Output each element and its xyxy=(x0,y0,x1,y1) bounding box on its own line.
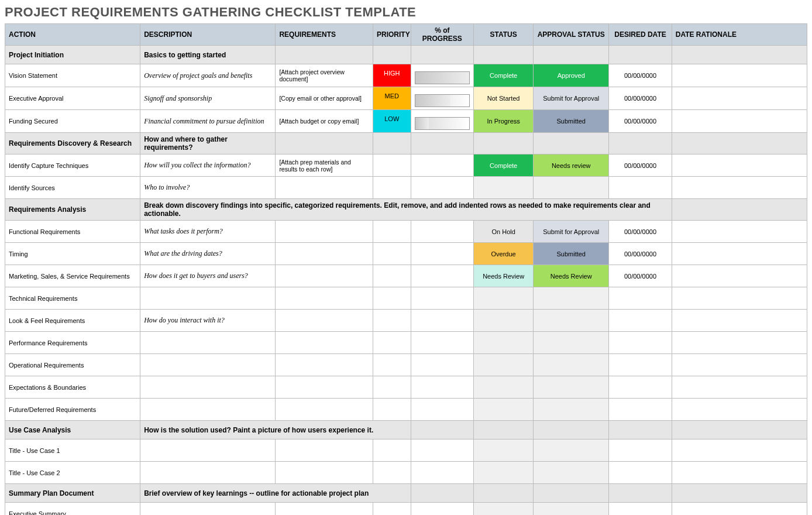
cell-approval[interactable]: Submitted xyxy=(534,110,609,133)
cell-rationale[interactable] xyxy=(672,462,807,484)
cell-status[interactable] xyxy=(474,177,534,199)
cell-status[interactable]: Complete xyxy=(474,154,534,177)
cell-progress[interactable] xyxy=(411,332,474,354)
cell-rationale[interactable] xyxy=(672,177,807,199)
cell-date[interactable]: 00/00/0000 xyxy=(609,265,672,287)
cell-approval[interactable]: Needs review xyxy=(534,154,609,177)
cell-status[interactable] xyxy=(474,310,534,332)
cell-approval[interactable] xyxy=(534,177,609,199)
cell-rationale[interactable] xyxy=(672,376,807,399)
cell-rationale[interactable] xyxy=(672,64,807,87)
cell-priority[interactable] xyxy=(373,221,411,243)
cell-req[interactable]: [Attach project overview document] xyxy=(276,64,373,87)
cell-priority[interactable] xyxy=(373,503,411,516)
cell-status[interactable] xyxy=(474,332,534,354)
cell-approval[interactable]: Submit for Approval xyxy=(534,221,609,243)
cell-priority[interactable] xyxy=(373,376,411,399)
cell-req[interactable] xyxy=(276,354,373,376)
cell-action[interactable]: Identify Sources xyxy=(5,177,140,199)
cell-status[interactable]: Overdue xyxy=(474,243,534,265)
cell-progress[interactable] xyxy=(411,503,474,516)
cell-status[interactable]: Complete xyxy=(474,64,534,87)
cell-req[interactable] xyxy=(276,399,373,421)
cell-progress[interactable] xyxy=(411,154,474,177)
cell-action[interactable]: Funding Secured xyxy=(5,110,140,133)
cell-date[interactable] xyxy=(609,440,672,462)
cell-desc[interactable] xyxy=(140,354,276,376)
cell-status[interactable]: On Hold xyxy=(474,221,534,243)
cell-action[interactable]: Title - Use Case 1 xyxy=(5,440,140,462)
cell-rationale[interactable] xyxy=(672,110,807,133)
cell-desc[interactable]: Financial commitment to pursue definitio… xyxy=(140,110,276,133)
cell-req[interactable]: [Attach budget or copy email] xyxy=(276,110,373,133)
cell-rationale[interactable] xyxy=(672,399,807,421)
cell-status[interactable] xyxy=(474,462,534,484)
cell-rationale[interactable] xyxy=(672,87,807,110)
cell-action[interactable]: Look & Feel Requirements xyxy=(5,310,140,332)
cell-rationale[interactable] xyxy=(672,332,807,354)
cell-action[interactable]: Title - Use Case 2 xyxy=(5,462,140,484)
cell-desc[interactable]: Signoff and sponsorship xyxy=(140,87,276,110)
cell-progress[interactable] xyxy=(411,399,474,421)
cell-req[interactable] xyxy=(276,440,373,462)
cell-date[interactable] xyxy=(609,376,672,399)
cell-approval[interactable]: Submit for Approval xyxy=(534,87,609,110)
cell-approval[interactable] xyxy=(534,376,609,399)
cell-desc[interactable] xyxy=(140,376,276,399)
cell-desc[interactable]: What are the driving dates? xyxy=(140,243,276,265)
cell-approval[interactable] xyxy=(534,310,609,332)
cell-priority[interactable]: HIGH xyxy=(373,64,411,87)
cell-desc[interactable]: How will you collect the information? xyxy=(140,154,276,177)
cell-rationale[interactable] xyxy=(672,503,807,516)
cell-rationale[interactable] xyxy=(672,440,807,462)
cell-req[interactable] xyxy=(276,265,373,287)
cell-priority[interactable] xyxy=(373,287,411,310)
cell-rationale[interactable] xyxy=(672,265,807,287)
cell-date[interactable]: 00/00/0000 xyxy=(609,110,672,133)
cell-date[interactable] xyxy=(609,177,672,199)
cell-priority[interactable]: MED xyxy=(373,87,411,110)
cell-date[interactable] xyxy=(609,354,672,376)
cell-progress[interactable]: 100% xyxy=(411,64,474,87)
cell-progress[interactable] xyxy=(411,177,474,199)
cell-desc[interactable] xyxy=(140,287,276,310)
cell-status[interactable] xyxy=(474,503,534,516)
cell-priority[interactable] xyxy=(373,462,411,484)
cell-approval[interactable] xyxy=(534,287,609,310)
cell-progress[interactable] xyxy=(411,440,474,462)
cell-status[interactable] xyxy=(474,440,534,462)
cell-action[interactable]: Performance Requirements xyxy=(5,332,140,354)
cell-status[interactable] xyxy=(474,399,534,421)
cell-priority[interactable] xyxy=(373,310,411,332)
cell-progress[interactable]: 25% xyxy=(411,110,474,133)
cell-progress[interactable]: 65% xyxy=(411,87,474,110)
cell-action[interactable]: Operational Requirements xyxy=(5,354,140,376)
cell-approval[interactable] xyxy=(534,332,609,354)
cell-priority[interactable] xyxy=(373,154,411,177)
cell-date[interactable] xyxy=(609,310,672,332)
cell-desc[interactable] xyxy=(140,332,276,354)
cell-approval[interactable] xyxy=(534,462,609,484)
cell-date[interactable]: 00/00/0000 xyxy=(609,221,672,243)
cell-progress[interactable] xyxy=(411,287,474,310)
cell-status[interactable] xyxy=(474,376,534,399)
cell-status[interactable] xyxy=(474,287,534,310)
cell-desc[interactable] xyxy=(140,399,276,421)
cell-date[interactable]: 00/00/0000 xyxy=(609,154,672,177)
cell-date[interactable]: 00/00/0000 xyxy=(609,64,672,87)
cell-date[interactable] xyxy=(609,462,672,484)
cell-approval[interactable] xyxy=(534,399,609,421)
cell-rationale[interactable] xyxy=(672,243,807,265)
cell-status[interactable]: Needs Review xyxy=(474,265,534,287)
cell-action[interactable]: Timing xyxy=(5,243,140,265)
cell-req[interactable] xyxy=(276,310,373,332)
cell-priority[interactable] xyxy=(373,177,411,199)
cell-date[interactable]: 00/00/0000 xyxy=(609,87,672,110)
cell-approval[interactable]: Approved xyxy=(534,64,609,87)
cell-req[interactable] xyxy=(276,177,373,199)
cell-req[interactable] xyxy=(276,221,373,243)
cell-date[interactable]: 00/00/0000 xyxy=(609,243,672,265)
cell-priority[interactable]: LOW xyxy=(373,110,411,133)
cell-action[interactable]: Identify Capture Techniques xyxy=(5,154,140,177)
cell-date[interactable] xyxy=(609,503,672,516)
